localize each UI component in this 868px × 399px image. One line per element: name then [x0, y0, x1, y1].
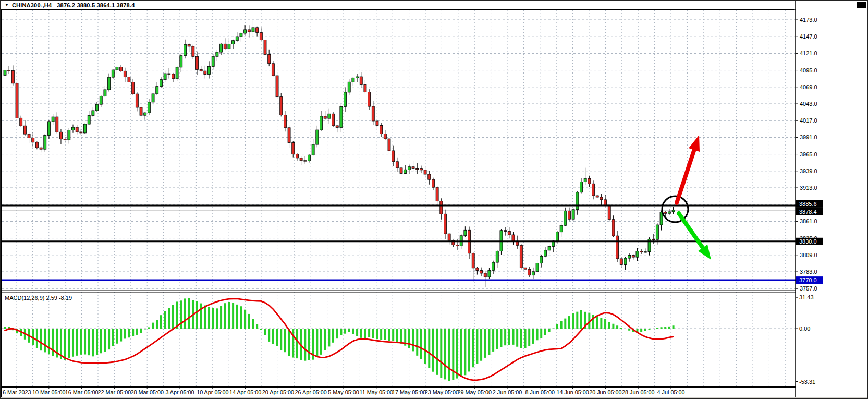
macd-histogram-bar — [284, 329, 286, 352]
symbol-timeframe-label: CHINA300-,H4 — [12, 2, 52, 8]
candle-body — [496, 251, 498, 262]
macd-histogram-bar — [104, 329, 106, 352]
chart-title-bar[interactable]: ▼ CHINA300-,H4 3876.2 3880.5 3864.1 3878… — [1, 1, 794, 10]
candle-body — [392, 151, 395, 162]
candle-body — [28, 134, 30, 138]
macd-histogram-bar — [464, 329, 466, 375]
macd-histogram-bar — [88, 329, 90, 355]
time-tick-label: 26 Apr 05:00 — [295, 389, 327, 395]
macd-histogram-bar — [36, 329, 38, 348]
macd-histogram-bar — [364, 329, 366, 338]
macd-histogram-bar — [252, 319, 254, 329]
candle-body — [380, 125, 383, 134]
macd-histogram-bar — [4, 327, 6, 329]
candle-body — [536, 263, 539, 271]
candle-body — [292, 143, 295, 154]
level-lines[interactable] — [2, 205, 796, 280]
candle-body — [372, 106, 374, 121]
candlestick-chart-canvas[interactable]: 4173.04147.04121.04095.04069.04043.04017… — [1, 1, 868, 399]
candle-body — [120, 67, 123, 71]
macd-histogram-bar — [128, 329, 130, 337]
candle-body — [664, 212, 667, 213]
macd-histogram-bar — [460, 329, 462, 377]
candle-body — [408, 167, 410, 170]
candle-body — [80, 132, 82, 133]
macd-histogram-bar — [544, 329, 546, 335]
time-tick-label: 14 Jun 05:00 — [556, 389, 589, 395]
macd-histogram-bar — [244, 310, 246, 329]
macd-histogram-bar — [532, 329, 534, 344]
price-tick-label: 3861.0 — [800, 218, 817, 224]
candle-body — [588, 178, 591, 184]
macd-histogram-bar — [396, 329, 398, 342]
price-badge-label: 3878.4 — [799, 209, 817, 215]
time-axis[interactable]: 6 Mar 202310 Mar 05:0016 Mar 05:0022 Mar… — [3, 387, 684, 395]
candle-body — [252, 28, 254, 32]
candle-body — [228, 44, 230, 49]
candle-body — [528, 269, 531, 275]
time-tick-label: 4 Jul 05:00 — [657, 389, 685, 395]
candle-body — [156, 87, 158, 94]
candle-body — [364, 84, 366, 92]
time-tick-label: 20 Apr 05:00 — [262, 389, 294, 395]
candle-body — [164, 74, 166, 80]
macd-histogram-bar — [500, 329, 502, 347]
symbol-dropdown-icon[interactable]: ▼ — [5, 3, 9, 7]
candle-body — [492, 262, 495, 270]
macd-histogram-bar — [620, 328, 622, 329]
candle-body — [20, 118, 22, 126]
candles[interactable] — [4, 20, 675, 287]
macd-histogram-bar — [608, 322, 610, 329]
macd-indicator[interactable] — [4, 298, 675, 381]
candle-body — [480, 271, 483, 273]
candle-body — [404, 170, 407, 173]
price-tick-label: 3783.0 — [800, 269, 817, 275]
time-tick-label: 6 Mar 2023 — [3, 389, 31, 395]
macd-histogram-bar — [44, 329, 46, 352]
macd-histogram-bar — [160, 315, 162, 329]
candle-body — [56, 117, 58, 132]
time-tick-label: 3 Apr 05:00 — [165, 389, 194, 395]
candle-body — [59, 132, 62, 139]
candle-body — [116, 67, 118, 70]
macd-histogram-bar — [348, 329, 350, 332]
bearish-arrow-shaft[interactable] — [679, 213, 703, 248]
price-axis[interactable]: 4173.04147.04121.04095.04069.04043.04017… — [796, 17, 823, 385]
macd-histogram-bar — [64, 329, 66, 360]
macd-histogram-bar — [476, 329, 478, 364]
candle-body — [216, 52, 218, 56]
macd-histogram-bar — [204, 306, 206, 329]
candle-body — [140, 107, 142, 115]
candle-body — [44, 135, 46, 149]
candle-body — [420, 169, 422, 170]
ohlc-values: 3876.2 3880.5 3864.1 3878.4 — [57, 2, 135, 8]
macd-histogram-bar — [340, 329, 342, 335]
macd-histogram-bar — [472, 329, 474, 367]
macd-histogram-bar — [392, 329, 394, 341]
price-tick-label: 4017.0 — [800, 117, 817, 124]
macd-axis-label: 31.43 — [799, 294, 814, 300]
macd-histogram-bar — [324, 329, 326, 350]
price-badge-label: 3770.0 — [799, 277, 817, 283]
candle-body — [568, 211, 570, 220]
candle-body — [312, 144, 314, 155]
macd-histogram-bar — [604, 319, 606, 329]
macd-histogram-bar — [232, 303, 234, 329]
time-tick-label: 8 Jun 05:00 — [525, 389, 555, 395]
candle-body — [172, 74, 174, 79]
candle-body — [456, 245, 459, 246]
time-tick-label: 17 May 05:00 — [392, 389, 426, 395]
macd-histogram-bar — [108, 329, 110, 349]
candle-body — [180, 56, 182, 67]
macd-histogram-bar — [552, 329, 554, 329]
candle-body — [204, 71, 206, 74]
macd-histogram-bar — [564, 319, 566, 329]
macd-histogram-bar — [368, 329, 370, 337]
candle-body — [512, 235, 515, 241]
candle-body — [84, 124, 87, 133]
bullish-arrow-shaft[interactable] — [677, 150, 694, 203]
candle-body — [328, 114, 331, 118]
macd-histogram-bar — [356, 329, 358, 336]
candle-body — [356, 77, 359, 78]
candle-body — [644, 252, 646, 252]
